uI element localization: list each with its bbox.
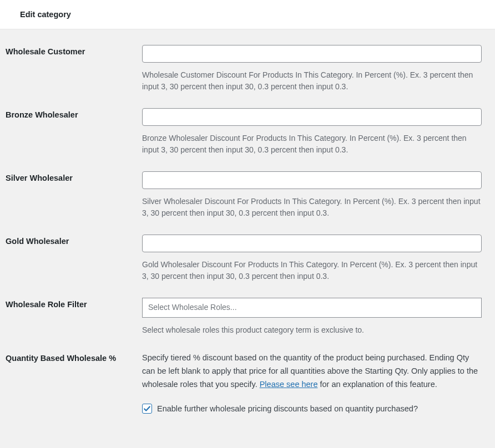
gold-wholesaler-row: Gold Wholesaler Gold Wholesaler Discount… (6, 219, 489, 282)
gold-wholesaler-help: Gold Wholesaler Discount For Products In… (142, 259, 482, 282)
quantity-based-description: Specify tiered % discount based on the q… (142, 352, 482, 391)
silver-wholesaler-help: Silver Wholesaler Discount For Products … (142, 196, 482, 219)
quantity-based-checkbox[interactable] (142, 404, 152, 414)
gold-wholesaler-label: Gold Wholesaler (6, 235, 142, 246)
wholesale-customer-help: Wholesale Customer Discount For Products… (142, 69, 482, 93)
role-filter-label: Wholesale Role Filter (6, 298, 142, 309)
wholesale-customer-row: Wholesale Customer Wholesale Customer Di… (6, 29, 489, 93)
silver-wholesaler-row: Silver Wholesaler Silver Wholesaler Disc… (6, 156, 489, 219)
quantity-based-link[interactable]: Please see here (260, 380, 318, 389)
bronze-wholesaler-row: Bronze Wholesaler Bronze Wholesaler Disc… (6, 93, 489, 156)
bronze-wholesaler-help: Bronze Wholesaler Discount For Products … (142, 133, 482, 156)
silver-wholesaler-label: Silver Wholesaler (6, 171, 142, 182)
bronze-wholesaler-input[interactable] (142, 108, 482, 126)
silver-wholesaler-input[interactable] (142, 171, 482, 189)
quantity-based-desc-after: for an explanation of this feature. (318, 380, 437, 389)
role-filter-help: Select wholesale roles this product cate… (142, 324, 482, 336)
quantity-based-checkbox-label: Enable further wholesale pricing discoun… (157, 404, 418, 413)
bronze-wholesaler-label: Bronze Wholesaler (6, 108, 142, 119)
quantity-based-control: Specify tiered % discount based on the q… (142, 352, 489, 414)
form-container: Wholesale Customer Wholesale Customer Di… (0, 29, 495, 414)
wholesale-customer-input[interactable] (142, 45, 482, 63)
page-header: Edit category (0, 0, 495, 29)
quantity-based-row: Quantity Based Wholesale % Specify tiere… (6, 336, 489, 414)
quantity-based-checkbox-row: Enable further wholesale pricing discoun… (142, 404, 482, 414)
page-title: Edit category (20, 10, 475, 19)
checkmark-icon (143, 405, 151, 413)
silver-wholesaler-control: Silver Wholesaler Discount For Products … (142, 171, 489, 219)
role-filter-control: Select Wholesale Roles... Select wholesa… (142, 298, 489, 336)
gold-wholesaler-control: Gold Wholesaler Discount For Products In… (142, 235, 489, 282)
role-filter-row: Wholesale Role Filter Select Wholesale R… (6, 282, 489, 336)
wholesale-customer-control: Wholesale Customer Discount For Products… (142, 45, 489, 93)
wholesale-customer-label: Wholesale Customer (6, 45, 142, 56)
quantity-based-label: Quantity Based Wholesale % (6, 352, 142, 363)
gold-wholesaler-input[interactable] (142, 235, 482, 252)
bronze-wholesaler-control: Bronze Wholesaler Discount For Products … (142, 108, 489, 156)
role-filter-select[interactable]: Select Wholesale Roles... (142, 298, 482, 318)
